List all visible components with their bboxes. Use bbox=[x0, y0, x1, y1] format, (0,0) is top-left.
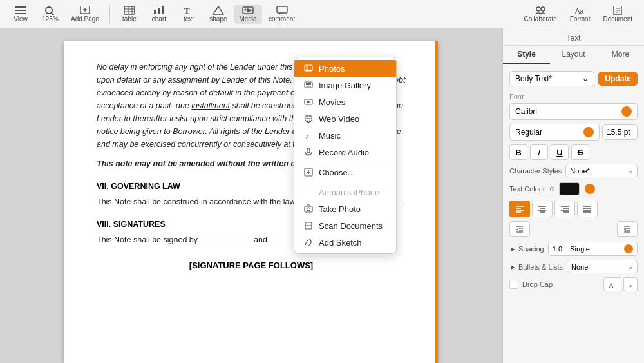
iphone-label: Aeman's iPhone bbox=[319, 188, 379, 197]
svg-rect-48 bbox=[305, 206, 312, 212]
document-button[interactable]: Document bbox=[598, 5, 638, 24]
toolbar-right: Collaborate Aa Format Document bbox=[519, 5, 638, 24]
update-button[interactable]: Update bbox=[598, 72, 638, 86]
italic-button[interactable]: I bbox=[530, 144, 548, 160]
char-styles-label: Character Styles bbox=[509, 167, 562, 175]
bullets-arrow: ► bbox=[509, 263, 516, 271]
media-button[interactable]: Media bbox=[234, 5, 262, 24]
align-justify-button[interactable] bbox=[577, 201, 598, 217]
collaborate-button[interactable]: Collaborate bbox=[519, 5, 562, 24]
media-dropdown-menu: Photos Image Gallery Movies Web Video bbox=[294, 57, 397, 254]
svg-rect-13 bbox=[154, 10, 156, 14]
increase-indent-button[interactable] bbox=[617, 221, 638, 237]
char-styles-row: Character Styles None* ⌄ bbox=[509, 164, 638, 177]
menu-item-record-audio[interactable]: Record Audio bbox=[294, 144, 396, 161]
bullets-dropdown[interactable]: None ⌄ bbox=[567, 260, 638, 273]
svg-line-4 bbox=[52, 13, 55, 15]
add-sketch-icon bbox=[303, 237, 314, 248]
text-button[interactable]: T text bbox=[175, 5, 203, 24]
spacing-value: 1.0 – Single bbox=[553, 245, 590, 253]
tab-style[interactable]: Style bbox=[503, 46, 550, 64]
tab-more[interactable]: More bbox=[597, 46, 644, 64]
format-button[interactable]: Aa Format bbox=[565, 5, 596, 24]
web-video-icon bbox=[303, 113, 314, 124]
menu-item-take-photo[interactable]: Take Photo bbox=[294, 201, 396, 217]
svg-rect-15 bbox=[162, 6, 164, 14]
table-button[interactable]: table bbox=[115, 5, 144, 24]
comment-label: comment bbox=[269, 15, 295, 23]
zoom-label: 125% bbox=[42, 15, 59, 23]
add-page-button[interactable]: Add Page bbox=[66, 5, 104, 24]
menu-item-music[interactable]: ♪ Music bbox=[294, 127, 396, 144]
tab-layout[interactable]: Layout bbox=[550, 46, 597, 64]
view-button[interactable]: View bbox=[6, 5, 35, 24]
document-label: Document bbox=[603, 15, 632, 23]
bullets-value: None bbox=[571, 263, 588, 271]
svg-marker-22 bbox=[279, 13, 281, 15]
shape-label: shape bbox=[209, 15, 227, 23]
chart-button[interactable]: chart bbox=[145, 5, 173, 24]
svg-marker-38 bbox=[307, 101, 310, 103]
movies-label: Movies bbox=[319, 97, 345, 107]
movies-icon bbox=[303, 97, 314, 107]
strikethrough-button[interactable]: S bbox=[571, 144, 589, 160]
toolbar: View 125% Add Page table chart T text sh… bbox=[0, 0, 644, 28]
font-style-dropdown[interactable]: Regular bbox=[509, 124, 600, 141]
align-right-button[interactable] bbox=[554, 201, 575, 217]
orange-bar bbox=[435, 41, 438, 363]
svg-point-19 bbox=[244, 8, 246, 10]
add-sketch-label: Add Sketch bbox=[319, 238, 362, 248]
dropcap-style-button[interactable]: A bbox=[603, 277, 621, 291]
dropcap-checkbox[interactable] bbox=[509, 280, 518, 289]
svg-rect-34 bbox=[306, 83, 308, 85]
music-icon: ♪ bbox=[303, 130, 314, 141]
dropcap-row: Drop Cap A ⌄ bbox=[509, 277, 638, 291]
web-video-label: Web Video bbox=[319, 114, 359, 124]
music-label: Music bbox=[319, 131, 341, 141]
svg-rect-43 bbox=[307, 148, 310, 153]
menu-item-image-gallery[interactable]: Image Gallery bbox=[294, 77, 396, 93]
svg-rect-21 bbox=[277, 6, 287, 13]
color-swatch[interactable] bbox=[559, 182, 580, 195]
menu-item-web-video[interactable]: Web Video bbox=[294, 110, 396, 127]
dropcap-options-button[interactable]: ⌄ bbox=[623, 277, 638, 291]
bold-button[interactable]: B bbox=[509, 144, 527, 160]
style-row: Body Text* ⌄ Update bbox=[509, 71, 638, 86]
svg-rect-0 bbox=[15, 6, 26, 8]
shape-button[interactable]: shape bbox=[204, 5, 232, 24]
font-style-row: Regular 15.5 pt bbox=[509, 124, 638, 141]
font-size-box[interactable]: 15.5 pt bbox=[602, 124, 638, 140]
align-center-button[interactable] bbox=[532, 201, 553, 217]
comment-button[interactable]: comment bbox=[263, 5, 300, 24]
menu-item-photos[interactable]: Photos bbox=[294, 60, 396, 77]
font-name-dropdown[interactable]: Calibri bbox=[509, 103, 638, 120]
menu-item-movies[interactable]: Movies bbox=[294, 93, 396, 110]
image-gallery-icon bbox=[303, 80, 314, 90]
zoom-button[interactable]: 125% bbox=[36, 5, 64, 24]
spacing-dropdown[interactable]: 1.0 – Single bbox=[548, 242, 638, 256]
menu-item-choose[interactable]: Choose... bbox=[294, 164, 396, 181]
font-orange-circle bbox=[621, 106, 632, 117]
right-panel: Text Style Layout More Body Text* ⌄ Upda… bbox=[502, 28, 644, 363]
svg-point-31 bbox=[306, 66, 307, 68]
char-styles-dropdown[interactable]: None* ⌄ bbox=[565, 164, 638, 177]
spacing-arrow: ► bbox=[509, 245, 516, 253]
scan-documents-label: Scan Documents bbox=[319, 221, 383, 231]
toolbar-insert-group: table chart T text shape Media comment bbox=[115, 5, 300, 24]
bullets-label[interactable]: ► Bullets & Lists bbox=[509, 263, 563, 271]
dropcap-chevron: ⌄ bbox=[628, 281, 633, 288]
style-dropdown[interactable]: Body Text* ⌄ bbox=[509, 71, 594, 86]
font-section-label: Font bbox=[509, 93, 638, 101]
menu-item-scan-documents[interactable]: Scan Documents bbox=[294, 217, 396, 234]
svg-marker-32 bbox=[305, 68, 312, 71]
font-style-circle bbox=[583, 127, 594, 137]
menu-item-add-sketch[interactable]: Add Sketch bbox=[294, 234, 396, 251]
align-left-button[interactable] bbox=[509, 201, 530, 217]
photos-label: Photos bbox=[319, 64, 345, 74]
decrease-indent-button[interactable] bbox=[509, 221, 530, 237]
spacing-orange-circle bbox=[624, 244, 633, 253]
toolbar-left-group: View 125% Add Page bbox=[6, 5, 104, 24]
spacing-label[interactable]: ► Spacing bbox=[509, 245, 544, 253]
underline-button[interactable]: U bbox=[551, 144, 569, 160]
signature-page-text: [SIGNATURE PAGE FOLLOWS] bbox=[97, 259, 406, 272]
